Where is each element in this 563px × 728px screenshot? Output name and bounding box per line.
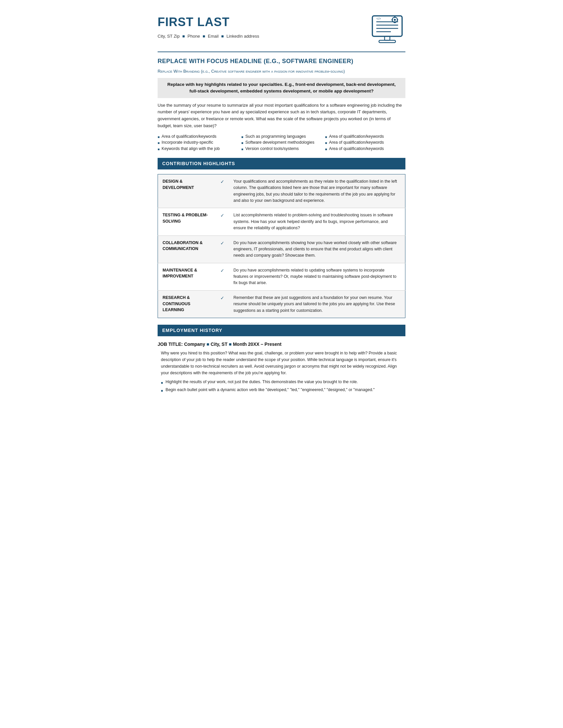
header-icon: </> (369, 13, 405, 48)
keyword-item: ■ Keywords that align with the job (158, 146, 238, 152)
keyword-text: Incorporate industry-specific (162, 139, 213, 146)
separator-2: ■ (203, 33, 205, 40)
job-dates: Month 20XX – Present (233, 342, 281, 347)
row-description: Remember that these are just suggestions… (229, 290, 405, 318)
keyword-text: Area of qualification/keywords (329, 133, 384, 140)
keyword-item: ■ Incorporate industry-specific (158, 139, 238, 146)
linkedin-field: LinkedIn address (226, 33, 259, 40)
bullet-icon: ■ (158, 134, 160, 139)
tech-icon: </> (369, 13, 405, 46)
row-label: MAINTENANCE & IMPROVEMENT (158, 263, 216, 290)
keyword-text: Keywords that align with the job (162, 146, 220, 152)
svg-rect-12 (385, 36, 390, 40)
keywords-col-1: ■ Area of qualification/keywords ■ Incor… (158, 133, 238, 152)
row-label: DESIGN & DEVELOPMENT (158, 174, 216, 208)
checkmark-icon: ✓ (216, 174, 229, 208)
keyword-text: Version control tools/systems (245, 146, 299, 152)
contribution-section-header: CONTRIBUTION HIGHLIGHTS (158, 158, 405, 169)
keyword-item: ■ Area of qualification/keywords (158, 133, 238, 140)
bullet-icon: ■ (161, 380, 163, 385)
keyword-text: Such as programming languages (245, 133, 306, 140)
contribution-row: COLLABORATION & COMMUNICATION✓Do you hav… (158, 236, 405, 263)
row-description: Do you have accomplishments showing how … (229, 236, 405, 263)
keyword-item: ■ Version control tools/systems (241, 146, 321, 152)
row-label: COLLABORATION & COMMUNICATION (158, 236, 216, 263)
row-label: TESTING & PROBLEM-SOLVING (158, 208, 216, 236)
keyword-item: ■ Such as programming languages (241, 133, 321, 140)
row-description: Do you have accomplishments related to u… (229, 263, 405, 290)
summary-text: Use the summary of your resume to summar… (158, 102, 405, 129)
bullet-icon: ■ (158, 140, 160, 145)
bullet-text: Highlight the results of your work, not … (166, 379, 358, 385)
checkmark-icon: ✓ (216, 263, 229, 290)
svg-rect-8 (394, 22, 395, 23)
job-description: Why were you hired to this position? Wha… (158, 350, 405, 376)
focus-headline: REPLACE WITH FOCUS HEADLINE (E.G., SOFTW… (158, 57, 405, 66)
job-location: City, ST (210, 342, 227, 347)
bullet-icon: ■ (161, 388, 163, 393)
keyword-text: Area of qualification/keywords (329, 146, 384, 152)
svg-rect-13 (379, 40, 395, 43)
bullet-icon: ■ (241, 140, 243, 145)
job-bullets: ■Highlight the results of your work, not… (158, 379, 405, 393)
bullet-text: Begin each bullet point with a dynamic a… (166, 387, 375, 393)
svg-text:</>: </> (376, 17, 381, 20)
bullet-icon: ■ (158, 147, 160, 152)
contribution-row: RESEARCH & CONTINUOUS LEARNING✓Remember … (158, 290, 405, 318)
contribution-table: DESIGN & DEVELOPMENT✓Your qualifications… (158, 174, 405, 318)
email-field: Email (208, 33, 219, 40)
keyword-item: ■ Area of qualification/keywords (325, 139, 405, 146)
job-title-text: JOB TITLE: (158, 342, 184, 347)
contribution-row: TESTING & PROBLEM-SOLVING✓List accomplis… (158, 208, 405, 236)
separator-3: ■ (221, 33, 224, 40)
bullet-icon: ■ (325, 147, 327, 152)
company-name: Company (184, 342, 205, 347)
keywords-col-3: ■ Area of qualification/keywords ■ Area … (325, 133, 405, 152)
job-sep-2: ■ (229, 342, 231, 347)
keywords-col-2: ■ Such as programming languages ■ Softwa… (241, 133, 321, 152)
separator-1: ■ (182, 33, 185, 40)
row-description: Your qualifications and accomplishments … (229, 174, 405, 208)
job-bullet-item: ■Highlight the results of your work, not… (161, 379, 405, 385)
header-section: FIRST LAST City, ST Zip ■ Phone ■ Email … (158, 13, 405, 48)
employment-section-header: EMPLOYMENT HISTORY (158, 325, 405, 336)
city-field: City, ST Zip (158, 33, 180, 40)
bullet-icon: ■ (241, 134, 243, 139)
contribution-row: DESIGN & DEVELOPMENT✓Your qualifications… (158, 174, 405, 208)
keyword-text: Software development methodologies (245, 139, 314, 146)
phone-field: Phone (188, 33, 200, 40)
header-divider (158, 52, 405, 52)
keyword-item: ■ Area of qualification/keywords (325, 146, 405, 152)
svg-rect-7 (394, 17, 395, 18)
highlights-box: Replace with key highlights related to y… (158, 78, 405, 98)
job-sep-1: ■ (206, 342, 209, 347)
row-label: RESEARCH & CONTINUOUS LEARNING (158, 290, 216, 318)
contribution-row: MAINTENANCE & IMPROVEMENT✓Do you have ac… (158, 263, 405, 290)
bullet-icon: ■ (325, 134, 327, 139)
job-bullet-item: ■Begin each bullet point with a dynamic … (161, 387, 405, 393)
job-title-line: JOB TITLE: Company■City, ST■Month 20XX –… (158, 341, 405, 348)
bullet-icon: ■ (241, 147, 243, 152)
header-left: FIRST LAST City, ST Zip ■ Phone ■ Email … (158, 13, 362, 40)
highlights-text: Replace with key highlights related to y… (168, 82, 396, 93)
row-description: List accomplishments related to problem-… (229, 208, 405, 236)
branding-line: Replace With Branding (e.g., Creative so… (158, 68, 405, 75)
checkmark-icon: ✓ (216, 236, 229, 263)
keyword-text: Area of qualification/keywords (329, 139, 384, 146)
keyword-item: ■ Area of qualification/keywords (325, 133, 405, 140)
name-title: FIRST LAST (158, 13, 362, 31)
svg-rect-10 (397, 19, 398, 20)
checkmark-icon: ✓ (216, 208, 229, 236)
keyword-item: ■ Software development methodologies (241, 139, 321, 146)
keywords-grid: ■ Area of qualification/keywords ■ Incor… (158, 133, 405, 152)
contact-line: City, ST Zip ■ Phone ■ Email ■ LinkedIn … (158, 33, 362, 40)
svg-point-6 (394, 19, 396, 21)
svg-rect-9 (392, 19, 393, 20)
keyword-text: Area of qualification/keywords (162, 133, 216, 140)
bullet-icon: ■ (325, 140, 327, 145)
checkmark-icon: ✓ (216, 290, 229, 318)
